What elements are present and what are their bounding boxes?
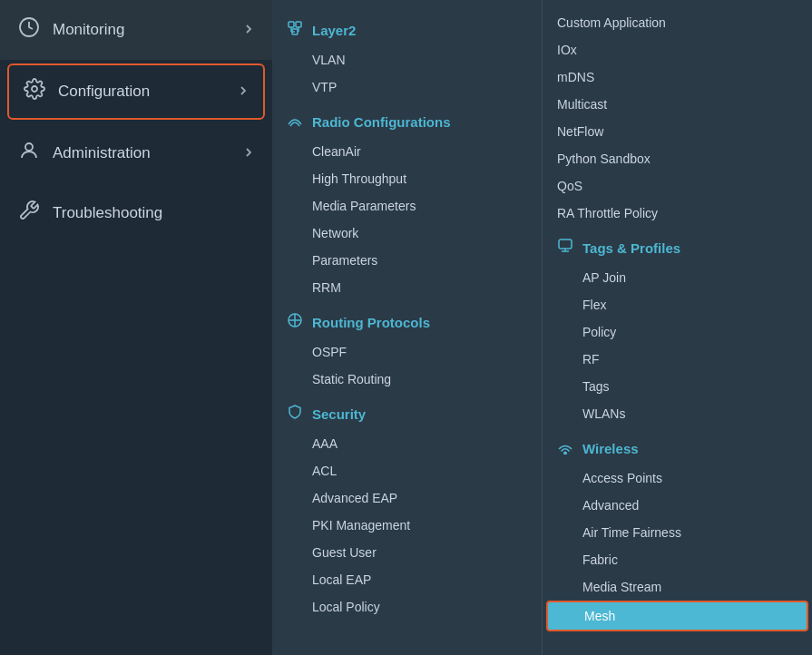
section-label-wireless: Wireless <box>582 441 639 456</box>
sidebar-label-administration: Administration <box>53 144 151 162</box>
menu-item-ap-join[interactable]: AP Join <box>543 264 812 291</box>
menu-item-rrm[interactable]: RRM <box>272 274 542 301</box>
menu-item-qos[interactable]: QoS <box>543 172 812 200</box>
configuration-icon <box>24 78 45 105</box>
chevron-administration-icon <box>243 147 254 161</box>
menu-item-iox[interactable]: IOx <box>543 36 812 64</box>
svg-rect-2 <box>289 22 294 27</box>
menu-item-ra-throttle-policy[interactable]: RA Throttle Policy <box>543 200 812 227</box>
monitoring-icon <box>18 16 40 44</box>
menu-item-network[interactable]: Network <box>272 220 542 247</box>
sidebar-item-monitoring[interactable]: Monitoring <box>0 0 272 60</box>
menu-item-air-time-fairness[interactable]: Air Time Fairness <box>543 519 812 546</box>
menu-item-guest-user[interactable]: Guest User <box>272 539 542 566</box>
menu-item-wlans[interactable]: WLANs <box>543 400 812 427</box>
layer2-section-icon <box>287 20 303 41</box>
menu-item-flex[interactable]: Flex <box>543 291 812 318</box>
main-content: Layer2VLANVTPRadio ConfigurationsCleanAi… <box>272 0 812 655</box>
administration-icon <box>18 140 40 167</box>
menu-item-mdns[interactable]: mDNS <box>543 64 812 91</box>
sidebar: MonitoringConfigurationAdministrationTro… <box>0 0 272 655</box>
menu-item-vlan[interactable]: VLAN <box>272 46 542 73</box>
section-label-tags-profiles: Tags & Profiles <box>582 240 680 256</box>
menu-item-high-throughput[interactable]: High Throughput <box>272 165 542 192</box>
menu-item-rf[interactable]: RF <box>543 346 812 373</box>
chevron-monitoring-icon <box>243 24 254 37</box>
menu-item-advanced[interactable]: Advanced <box>543 492 812 519</box>
section-header-wireless: Wireless <box>543 427 812 464</box>
menu-item-fabric[interactable]: Fabric <box>543 546 812 573</box>
troubleshooting-icon <box>18 200 40 227</box>
menu-item-vtp[interactable]: VTP <box>272 73 542 101</box>
sidebar-item-administration[interactable]: Administration <box>0 123 272 183</box>
sidebar-label-configuration: Configuration <box>58 83 150 101</box>
section-label-routing-protocols: Routing Protocols <box>312 315 430 330</box>
section-header-tags-profiles: Tags & Profiles <box>543 227 812 264</box>
sidebar-label-troubleshooting: Troubleshooting <box>53 204 162 222</box>
menu-item-python-sandbox[interactable]: Python Sandbox <box>543 145 812 172</box>
section-header-security: Security <box>272 393 542 430</box>
section-label-layer2: Layer2 <box>312 23 356 38</box>
menu-item-media-parameters[interactable]: Media Parameters <box>272 192 542 220</box>
tags-profiles-section-icon <box>557 238 573 259</box>
menu-item-netflow[interactable]: NetFlow <box>543 118 812 145</box>
menu-item-media-stream[interactable]: Media Stream <box>543 573 812 601</box>
column-1: Layer2VLANVTPRadio ConfigurationsCleanAi… <box>272 0 543 655</box>
sidebar-item-troubleshooting[interactable]: Troubleshooting <box>0 183 272 243</box>
menu-item-local-policy[interactable]: Local Policy <box>272 593 542 621</box>
menu-item-ospf[interactable]: OSPF <box>272 338 542 366</box>
chevron-configuration-icon <box>238 85 249 99</box>
section-header-routing-protocols: Routing Protocols <box>272 301 542 338</box>
menu-item-aaa[interactable]: AAA <box>272 430 542 457</box>
section-header-radio-configurations: Radio Configurations <box>272 101 542 138</box>
security-section-icon <box>287 404 303 425</box>
menu-item-local-eap[interactable]: Local EAP <box>272 566 542 593</box>
menu-item-parameters[interactable]: Parameters <box>272 247 542 274</box>
menu-item-access-points[interactable]: Access Points <box>543 464 812 492</box>
menu-item-advanced-eap[interactable]: Advanced EAP <box>272 484 542 512</box>
menu-item-cleanair[interactable]: CleanAir <box>272 138 542 165</box>
wireless-section-icon <box>557 438 573 459</box>
svg-rect-3 <box>296 22 301 27</box>
menu-item-pki-management[interactable]: PKI Management <box>272 512 542 539</box>
sidebar-label-monitoring: Monitoring <box>53 21 124 39</box>
menu-item-mesh[interactable]: Mesh <box>546 601 808 631</box>
section-label-security: Security <box>312 406 366 422</box>
section-header-layer2: Layer2 <box>272 9 542 46</box>
menu-item-acl[interactable]: ACL <box>272 457 542 484</box>
menu-item-policy[interactable]: Policy <box>543 318 812 346</box>
sidebar-item-configuration[interactable]: Configuration <box>7 64 265 120</box>
routing-protocols-section-icon <box>287 312 303 333</box>
section-label-radio-configurations: Radio Configurations <box>312 114 451 130</box>
menu-item-tags[interactable]: Tags <box>543 373 812 400</box>
menu-item-custom-application[interactable]: Custom Application <box>543 9 812 36</box>
svg-point-14 <box>564 452 566 454</box>
svg-point-1 <box>25 143 33 151</box>
column-2: Custom ApplicationIOxmDNSMulticastNetFlo… <box>543 0 812 655</box>
menu-item-static-routing[interactable]: Static Routing <box>272 366 542 393</box>
svg-rect-11 <box>559 240 572 249</box>
radio-configurations-section-icon <box>287 112 303 132</box>
menu-item-multicast[interactable]: Multicast <box>543 91 812 118</box>
